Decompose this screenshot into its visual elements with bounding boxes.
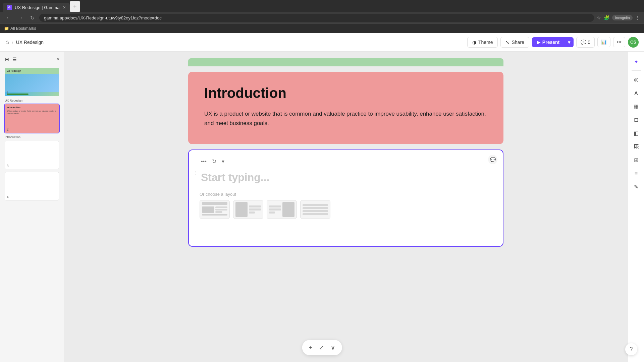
chart-button[interactable]: 📊 bbox=[597, 37, 610, 47]
slide-thumb-3[interactable]: 3 bbox=[4, 140, 60, 170]
sidebar-header: ⊞ ☰ × bbox=[4, 56, 60, 63]
intro-body: UX is a product or website that is commo… bbox=[204, 109, 487, 128]
comment-button[interactable]: 💬 0 bbox=[576, 37, 595, 48]
layout-option-4[interactable] bbox=[300, 200, 330, 219]
right-panel-divider bbox=[632, 70, 641, 71]
back-button[interactable]: ← bbox=[4, 14, 13, 21]
blocks-button[interactable]: ⊟ bbox=[630, 114, 642, 126]
comment-bubble-button[interactable]: 💬 bbox=[488, 155, 497, 164]
slide-2-label: Introduction bbox=[4, 135, 60, 139]
slide-thumb-2[interactable]: Introduction UX is a product or website … bbox=[4, 104, 60, 133]
top-bar-actions: ◑ Theme ⤡ Share ▶ Present ▾ 💬 0 📊 ••• bbox=[467, 37, 639, 48]
layout-option-3[interactable] bbox=[267, 200, 297, 219]
view-toggle: ⊞ ☰ bbox=[4, 56, 18, 63]
breadcrumb-link[interactable]: UX Redesign bbox=[16, 40, 44, 45]
bookmarks-bar: 📁 All Bookmarks bbox=[0, 23, 644, 33]
present-button[interactable]: ▶ Present ▾ bbox=[532, 37, 574, 47]
drag-handle[interactable]: ⋮ bbox=[194, 170, 198, 176]
slide-2-number: 2 bbox=[7, 128, 9, 131]
forward-button[interactable]: → bbox=[16, 14, 25, 21]
bottom-toolbar: + ⤢ ∨ bbox=[302, 340, 342, 355]
layout-thumb-1 bbox=[202, 202, 227, 217]
address-bar[interactable] bbox=[39, 14, 594, 22]
card-chevron-button[interactable]: ▾ bbox=[220, 157, 226, 166]
layers-button[interactable]: ◧ bbox=[630, 127, 642, 139]
bookmark-icon[interactable]: ☆ bbox=[597, 15, 601, 20]
app-container: ⌂ › UX Redesign ◑ Theme ⤡ Share ▶ Presen… bbox=[0, 33, 644, 362]
extensions-icon[interactable]: 🧩 bbox=[604, 15, 609, 20]
new-slide-card[interactable]: ••• ↻ ▾ ⋮ Start typing... 💬 Or choose a … bbox=[188, 149, 503, 247]
card-refresh-button[interactable]: ↻ bbox=[211, 157, 218, 166]
menu-icon[interactable]: ⋮ bbox=[635, 15, 640, 20]
share-icon: ⤡ bbox=[505, 40, 509, 45]
layout-options bbox=[200, 200, 492, 219]
slide-thumb-1[interactable]: UX Redesign 1 bbox=[4, 67, 60, 97]
help-button[interactable]: ? bbox=[625, 343, 637, 355]
right-panel: ✦ ◎ A ▦ ⊟ ◧ 🖼 ⊞ ≡ ✎ bbox=[628, 52, 644, 362]
incognito-badge: Incognito bbox=[612, 15, 633, 20]
active-tab[interactable]: G UX Redesign | Gamma × bbox=[3, 3, 70, 12]
comment-icon: 💬 bbox=[581, 40, 586, 45]
tab-favicon: G bbox=[7, 5, 12, 10]
sidebar: ⊞ ☰ × UX Redesign 1 UX Redesign bbox=[0, 52, 64, 362]
slide-1-number: 1 bbox=[7, 91, 9, 95]
tab-close-button[interactable]: × bbox=[63, 5, 66, 10]
browser-chrome: G UX Redesign | Gamma × + ← → ↻ ☆ 🧩 Inco… bbox=[0, 0, 644, 23]
top-bar-left: ⌂ › UX Redesign bbox=[5, 39, 463, 46]
more-options-button[interactable]: ••• bbox=[613, 37, 625, 47]
ai-button[interactable]: ✦ bbox=[630, 56, 642, 68]
browser-actions: ☆ 🧩 Incognito ⋮ bbox=[597, 15, 640, 20]
more-chevron-button[interactable]: ∨ bbox=[329, 343, 336, 353]
play-icon: ▶ bbox=[537, 40, 540, 45]
edit-button[interactable]: ✎ bbox=[630, 181, 642, 193]
list-view-button[interactable]: ☰ bbox=[11, 56, 18, 63]
new-tab-button[interactable]: + bbox=[70, 1, 80, 12]
add-slide-button[interactable]: + bbox=[308, 343, 314, 353]
avatar[interactable]: CS bbox=[628, 37, 639, 48]
slide-1-label: UX Redesign bbox=[4, 99, 60, 102]
intro-title: Introduction bbox=[204, 85, 487, 101]
image-button[interactable]: 🖼 bbox=[630, 140, 642, 153]
breadcrumb-separator: › bbox=[12, 40, 13, 45]
content-area: Introduction UX is a product or website … bbox=[64, 52, 628, 362]
layout-thumb-2 bbox=[235, 202, 261, 217]
slide-3-number: 3 bbox=[7, 164, 9, 168]
present-main[interactable]: ▶ Present bbox=[532, 37, 564, 47]
layout-option-2[interactable] bbox=[233, 200, 263, 219]
card-toolbar: ••• ↻ ▾ bbox=[200, 157, 492, 166]
slide-thumb-4[interactable]: 4 bbox=[4, 171, 60, 201]
slide-1-preview: UX Redesign bbox=[5, 68, 59, 96]
all-bookmarks[interactable]: 📁 All Bookmarks bbox=[4, 26, 36, 31]
theme-icon: ◑ bbox=[472, 40, 476, 45]
slide-4-number: 4 bbox=[7, 195, 9, 199]
slide-4-preview bbox=[5, 172, 59, 200]
layout-thumb-4 bbox=[303, 202, 328, 217]
slide-3-preview bbox=[5, 141, 59, 169]
layout-section: Or choose a layout bbox=[200, 192, 492, 219]
intro-card: Introduction UX is a product or website … bbox=[188, 72, 503, 144]
tab-title: UX Redesign | Gamma bbox=[15, 5, 59, 10]
layout-button[interactable]: ▦ bbox=[630, 100, 642, 112]
layout-thumb-3 bbox=[269, 202, 294, 217]
text-button[interactable]: A bbox=[630, 87, 642, 99]
reload-button[interactable]: ↻ bbox=[28, 14, 37, 22]
grid-button[interactable]: ⊞ bbox=[630, 154, 642, 166]
typing-placeholder[interactable]: Start typing... bbox=[200, 171, 492, 184]
share-button[interactable]: ⤡ Share bbox=[500, 37, 529, 48]
card-more-button[interactable]: ••• bbox=[200, 157, 208, 166]
theme-button[interactable]: ◑ Theme bbox=[467, 37, 498, 48]
slide-2-preview: Introduction UX is a product or website … bbox=[5, 104, 59, 133]
green-strip bbox=[188, 58, 503, 66]
sidebar-close-button[interactable]: × bbox=[57, 56, 60, 62]
expand-button[interactable]: ⤢ bbox=[318, 343, 325, 353]
layout-option-1[interactable] bbox=[200, 200, 230, 219]
home-button[interactable]: ⌂ bbox=[5, 39, 9, 46]
present-arrow[interactable]: ▾ bbox=[565, 37, 574, 47]
style-button[interactable]: ◎ bbox=[630, 73, 642, 85]
main-area: ⊞ ☰ × UX Redesign 1 UX Redesign bbox=[0, 52, 644, 362]
layout-label: Or choose a layout bbox=[200, 192, 492, 197]
top-bar: ⌂ › UX Redesign ◑ Theme ⤡ Share ▶ Presen… bbox=[0, 33, 644, 52]
lines-button[interactable]: ≡ bbox=[630, 167, 642, 179]
grid-view-button[interactable]: ⊞ bbox=[4, 56, 10, 63]
